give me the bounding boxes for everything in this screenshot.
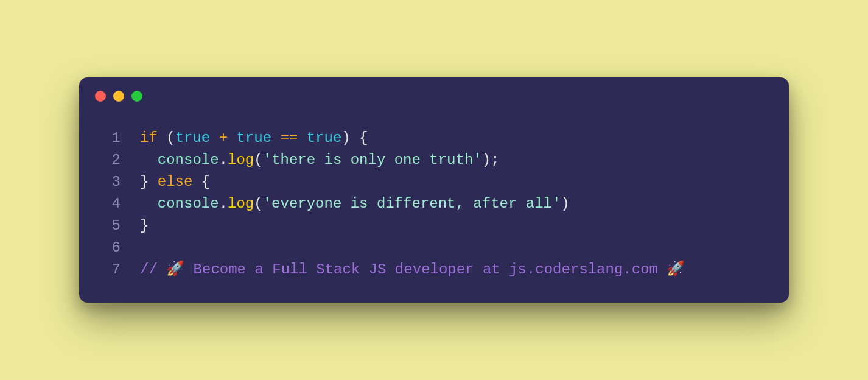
token-operator: + xyxy=(210,130,236,146)
token-punct: . xyxy=(219,195,228,212)
code-content: } else { xyxy=(140,171,789,193)
token-bool: true xyxy=(307,130,342,146)
token-punct: . xyxy=(219,152,228,168)
code-line: 4 console.log('everyone is different, af… xyxy=(79,193,789,215)
token-punct: { xyxy=(192,174,210,190)
close-icon[interactable] xyxy=(95,91,106,102)
token-punct: ) { xyxy=(341,130,368,146)
line-number: 5 xyxy=(79,215,140,237)
code-content: // 🚀 Become a Full Stack JS developer at… xyxy=(140,259,789,281)
code-window: 1if (true + true == true) {2 console.log… xyxy=(79,77,789,303)
token-string: 'everyone is different, after all' xyxy=(263,195,561,212)
token-keyword: else xyxy=(158,174,193,190)
line-number: 6 xyxy=(79,237,140,259)
maximize-icon[interactable] xyxy=(131,91,142,102)
code-content: console.log('there is only one truth'); xyxy=(140,149,789,171)
line-number: 4 xyxy=(79,193,140,215)
line-number: 3 xyxy=(79,171,140,193)
token-punct xyxy=(140,152,158,168)
code-editor[interactable]: 1if (true + true == true) {2 console.log… xyxy=(79,105,789,281)
token-punct: } xyxy=(140,217,149,234)
code-line: 6 xyxy=(79,237,789,259)
token-ident: console xyxy=(158,152,219,168)
window-titlebar xyxy=(79,77,789,105)
line-number: 1 xyxy=(79,127,140,149)
token-operator: == xyxy=(271,130,307,146)
token-keyword: if xyxy=(140,130,158,146)
line-number: 7 xyxy=(79,259,140,281)
token-bool: true xyxy=(175,130,211,146)
code-content: } xyxy=(140,215,789,237)
code-content: if (true + true == true) { xyxy=(140,127,789,149)
token-method: log xyxy=(228,195,254,212)
token-punct: ) xyxy=(561,195,569,212)
token-punct: ); xyxy=(482,152,500,168)
code-content xyxy=(140,237,789,259)
minimize-icon[interactable] xyxy=(113,91,124,102)
token-string: 'there is only one truth' xyxy=(263,152,482,168)
code-line: 5} xyxy=(79,215,789,237)
code-content: console.log('everyone is different, afte… xyxy=(140,193,789,215)
token-punct: ( xyxy=(254,152,262,168)
code-line: 1if (true + true == true) { xyxy=(79,127,789,149)
token-comment: // 🚀 Become a Full Stack JS developer at… xyxy=(140,261,685,278)
code-line: 7// 🚀 Become a Full Stack JS developer a… xyxy=(79,259,789,281)
token-ident: console xyxy=(158,195,219,212)
line-number: 2 xyxy=(79,149,140,171)
token-method: log xyxy=(228,152,254,168)
code-line: 2 console.log('there is only one truth')… xyxy=(79,149,789,171)
token-punct xyxy=(140,195,158,212)
token-punct: ( xyxy=(254,195,262,212)
token-punct: ( xyxy=(158,130,175,146)
token-punct: } xyxy=(140,174,158,190)
token-bool: true xyxy=(236,130,271,146)
code-line: 3} else { xyxy=(79,171,789,193)
